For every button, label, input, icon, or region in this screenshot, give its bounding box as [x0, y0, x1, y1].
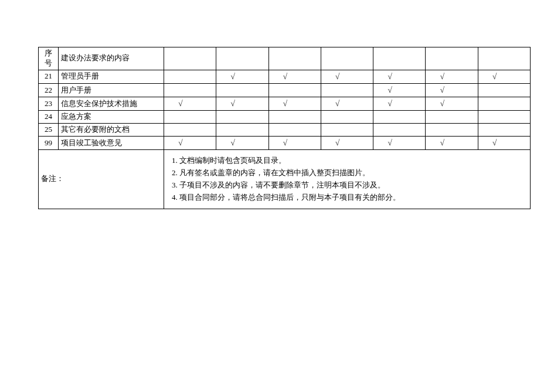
table-row: 99 项目竣工验收意见 √ √ √ √ √ √ √ [39, 137, 531, 150]
check-mark-icon: √ [492, 138, 497, 147]
check-mark-icon: √ [440, 99, 444, 108]
check-mark-icon: √ [388, 138, 392, 147]
check-cell [268, 83, 321, 97]
check-mark-icon: √ [388, 86, 392, 94]
remark-row: 备注： 文档编制时请包含页码及目录。 凡有签名或盖章的内容，请在文档中插入整页扫… [39, 150, 531, 209]
check-cell [426, 124, 478, 137]
check-cell: √ [426, 97, 478, 111]
check-mark-icon: √ [388, 72, 392, 81]
check-mark-icon: √ [283, 99, 288, 108]
row-num: 25 [39, 124, 59, 137]
header-num: 序号 [39, 47, 59, 70]
check-cell: √ [478, 137, 530, 150]
check-cell: √ [373, 137, 426, 150]
header-empty [216, 47, 268, 70]
remark-list: 文档编制时请包含页码及目录。 凡有签名或盖章的内容，请在文档中插入整页扫描图片。… [166, 155, 528, 203]
remark-item: 文档编制时请包含页码及目录。 [179, 155, 528, 167]
check-cell [268, 124, 321, 137]
check-cell [216, 124, 268, 137]
check-mark-icon: √ [335, 138, 340, 147]
table-row: 22 用户手册 √ √ [39, 83, 531, 97]
row-label: 其它有必要附的文档 [59, 124, 164, 137]
header-empty [164, 47, 216, 70]
check-mark-icon: √ [178, 138, 183, 147]
check-cell: √ [426, 70, 478, 83]
row-num: 22 [39, 83, 59, 97]
check-mark-icon: √ [440, 138, 444, 147]
check-cell: √ [216, 97, 268, 111]
remark-body: 文档编制时请包含页码及目录。 凡有签名或盖章的内容，请在文档中插入整页扫描图片。… [164, 150, 531, 209]
header-empty [373, 47, 426, 70]
check-mark-icon: √ [230, 99, 235, 108]
check-mark-icon: √ [492, 72, 497, 81]
check-cell: √ [373, 83, 426, 97]
check-cell [321, 83, 373, 97]
check-cell [216, 111, 268, 124]
check-cell: √ [268, 70, 321, 83]
check-cell [426, 111, 478, 124]
check-cell [478, 97, 530, 111]
table-row: 25 其它有必要附的文档 [39, 124, 531, 137]
row-num: 21 [39, 70, 59, 83]
row-label: 应急方案 [59, 111, 164, 124]
requirements-table: 序号 建设办法要求的内容 21 管理员手册 √ √ √ √ √ √ 22 用户手… [38, 47, 531, 209]
check-mark-icon: √ [178, 99, 183, 108]
table-header-row: 序号 建设办法要求的内容 [39, 47, 531, 70]
check-cell [164, 83, 216, 97]
check-cell: √ [268, 97, 321, 111]
check-cell: √ [216, 70, 268, 83]
header-empty [321, 47, 373, 70]
check-cell [373, 124, 426, 137]
row-label: 项目竣工验收意见 [59, 137, 164, 150]
check-mark-icon: √ [230, 72, 235, 81]
check-mark-icon: √ [335, 72, 340, 81]
check-cell [268, 111, 321, 124]
check-cell: √ [268, 137, 321, 150]
check-cell [164, 124, 216, 137]
row-label: 信息安全保护技术措施 [59, 97, 164, 111]
header-empty [268, 47, 321, 70]
table-row: 23 信息安全保护技术措施 √ √ √ √ √ √ [39, 97, 531, 111]
check-cell [321, 124, 373, 137]
check-cell: √ [164, 97, 216, 111]
document-page: 序号 建设办法要求的内容 21 管理员手册 √ √ √ √ √ √ 22 用户手… [0, 0, 554, 209]
check-cell: √ [216, 137, 268, 150]
check-cell [373, 111, 426, 124]
table-row: 24 应急方案 [39, 111, 531, 124]
remark-item: 凡有签名或盖章的内容，请在文档中插入整页扫描图片。 [179, 167, 528, 179]
check-cell: √ [373, 70, 426, 83]
check-cell [164, 70, 216, 83]
check-mark-icon: √ [283, 138, 288, 147]
check-cell [478, 111, 530, 124]
check-cell: √ [321, 70, 373, 83]
check-cell [164, 111, 216, 124]
remark-item: 项目合同部分，请将总合同扫描后，只附与本子项目有关的部分。 [179, 192, 528, 204]
check-cell: √ [478, 70, 530, 83]
check-cell [321, 111, 373, 124]
check-cell: √ [164, 137, 216, 150]
check-cell: √ [321, 97, 373, 111]
row-label: 用户手册 [59, 83, 164, 97]
check-cell: √ [426, 83, 478, 97]
check-mark-icon: √ [230, 138, 235, 147]
check-cell [478, 124, 530, 137]
check-cell [216, 83, 268, 97]
check-cell: √ [426, 137, 478, 150]
header-empty [426, 47, 478, 70]
header-empty [478, 47, 530, 70]
row-num: 99 [39, 137, 59, 150]
check-cell: √ [373, 97, 426, 111]
remark-item: 子项目不涉及的内容，请不要删除章节，注明本项目不涉及。 [179, 179, 528, 192]
header-label: 建设办法要求的内容 [59, 47, 164, 70]
check-cell: √ [321, 137, 373, 150]
check-mark-icon: √ [335, 99, 340, 108]
check-mark-icon: √ [440, 86, 444, 94]
check-cell [478, 83, 530, 97]
table-row: 21 管理员手册 √ √ √ √ √ √ [39, 70, 531, 83]
remark-label: 备注： [39, 150, 164, 209]
check-mark-icon: √ [283, 72, 288, 81]
check-mark-icon: √ [388, 99, 392, 108]
check-mark-icon: √ [440, 72, 444, 81]
row-num: 23 [39, 97, 59, 111]
row-label: 管理员手册 [59, 70, 164, 83]
